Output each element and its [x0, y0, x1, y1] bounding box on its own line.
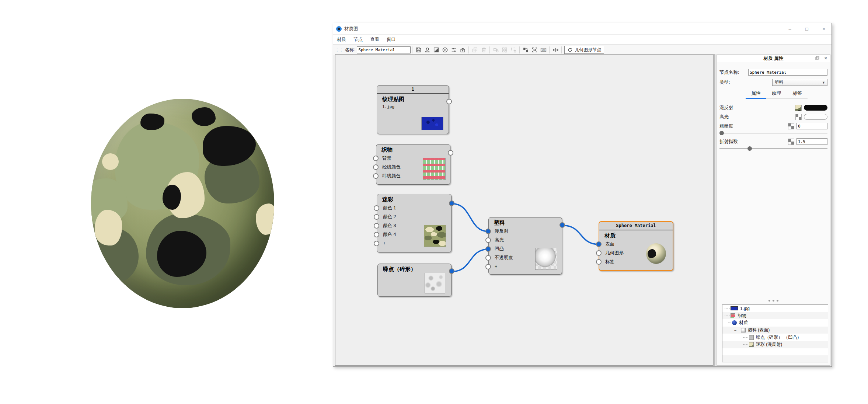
noise-output-port[interactable]	[449, 268, 454, 274]
menu-material[interactable]: 材质	[337, 36, 346, 43]
render-preview-icon[interactable]	[423, 46, 432, 54]
tree-item-label: 迷彩 (漫反射)	[756, 341, 782, 348]
group-nodes-icon	[500, 46, 509, 54]
plastic-input-port-add[interactable]	[485, 264, 491, 269]
slider-track	[719, 148, 827, 149]
node-name-input[interactable]	[748, 69, 827, 76]
ior-slider[interactable]	[719, 146, 827, 151]
toolbar-grip[interactable]: ⋮⋮	[335, 48, 344, 52]
close-button[interactable]: ×	[820, 26, 828, 32]
fit-view-icon[interactable]	[530, 46, 539, 54]
node-camouflage[interactable]: 迷彩 颜色 1 颜色 2 颜色 3 颜色 4 +	[377, 194, 452, 252]
fabric-output-port[interactable]	[448, 150, 453, 156]
tree-connector	[743, 337, 748, 338]
camouflage-input-port-color4[interactable]	[374, 232, 379, 237]
camouflage-input-port-color3[interactable]	[374, 223, 379, 229]
plastic-input-port-specular[interactable]	[485, 237, 491, 243]
node-fabric[interactable]: 织物 背景 经线颜色 纬线颜色	[376, 144, 450, 185]
plastic-input-port-diffuse[interactable]	[485, 229, 491, 234]
node-plastic[interactable]: 塑料 漫反射 高光 凹凸 不透明度 +	[488, 217, 562, 275]
roughness-slider[interactable]	[719, 130, 827, 136]
plastic-output-port[interactable]	[560, 222, 565, 228]
input-label: 几何图形	[605, 250, 624, 256]
export-icon[interactable]	[458, 46, 467, 54]
tree-item-plastic[interactable]: − 塑料 (表面)	[722, 327, 828, 334]
menu-view[interactable]: 查看	[370, 36, 379, 43]
node-texture-map[interactable]: 1 纹理贴图 1.jpg	[377, 85, 449, 134]
specular-color-button[interactable]	[804, 114, 827, 120]
camouflage-input-port-color2[interactable]	[374, 214, 379, 220]
material-input-port-surface[interactable]	[596, 241, 602, 247]
camouflage-input-port-add[interactable]	[374, 241, 379, 246]
material-input-port-geometry[interactable]	[596, 250, 602, 256]
save-icon[interactable]	[414, 46, 423, 54]
plastic-preview	[535, 248, 557, 270]
node-material[interactable]: Sphere Material 材质 表面 几何图形 标签	[599, 221, 673, 271]
material-name-input[interactable]	[357, 46, 411, 53]
plastic-input-port-opacity[interactable]	[485, 255, 491, 261]
camouflage-output-port[interactable]	[449, 201, 454, 206]
split-view-icon[interactable]	[551, 46, 560, 54]
texture-output-port[interactable]	[446, 99, 452, 104]
minimize-button[interactable]: –	[786, 26, 794, 32]
adjust-sliders-icon[interactable]	[449, 46, 458, 54]
tree-item-label: 材质	[739, 320, 748, 326]
auto-layout-icon[interactable]	[521, 46, 530, 54]
diffuse-color-button[interactable]	[804, 105, 827, 111]
material-input-port-tag[interactable]	[596, 259, 602, 265]
menu-window[interactable]: 窗口	[387, 36, 396, 43]
toolbar: ⋮⋮ 名称: 100 几何图形节点	[333, 45, 832, 55]
fabric-input-port-background[interactable]	[373, 156, 379, 161]
delete-icon	[479, 46, 488, 54]
tab-tags[interactable]: 标签	[787, 90, 808, 99]
maximize-button[interactable]: □	[803, 26, 811, 32]
tab-texture[interactable]: 纹理	[766, 90, 787, 99]
material-properties-panel: 材质 属性 × 节点名称: 类型: 塑料 ▼ 属性 纹理 标签	[717, 54, 830, 366]
contrast-icon[interactable]	[432, 46, 440, 54]
input-label: 颜色 2	[383, 214, 396, 220]
chevron-down-icon: ▼	[822, 81, 825, 84]
slider-knob[interactable]	[747, 146, 752, 151]
tree-item-camouflage[interactable]: 迷彩 (漫反射)	[722, 341, 828, 348]
roughness-input[interactable]	[796, 123, 827, 129]
input-label: 颜色 4	[383, 231, 396, 238]
image-swatch-icon	[731, 306, 738, 310]
panel-title: 材质 属性	[764, 56, 783, 61]
panel-splitter[interactable]	[714, 54, 716, 366]
type-dropdown[interactable]: 塑料 ▼	[772, 79, 827, 86]
tree-item-noise[interactable]: 噪点（碎形） （凹凸）	[722, 334, 828, 341]
tree-item-1jpg[interactable]: 1.jpg	[722, 305, 828, 312]
undock-panel-icon[interactable]	[815, 55, 820, 63]
tree-resize-handle[interactable]	[717, 296, 830, 303]
close-panel-icon[interactable]: ×	[824, 55, 827, 62]
play-circle-icon[interactable]	[440, 46, 449, 54]
ior-input[interactable]	[796, 138, 827, 145]
fabric-input-port-warp-color[interactable]	[373, 164, 379, 170]
node-graph-canvas[interactable]: 1 纹理贴图 1.jpg 织物 背景 经线颜色 纬线颜色 迷彩 颜色 1 颜色 …	[335, 54, 714, 366]
roughness-texture-button[interactable]	[788, 123, 794, 129]
title-bar[interactable]: 材质图 – □ ×	[333, 23, 832, 35]
diffuse-texture-swatch[interactable]	[795, 105, 802, 111]
input-label: +	[495, 264, 497, 269]
geometry-node-button[interactable]: 几何图形节点	[564, 46, 604, 54]
camouflage-swatch-icon	[749, 342, 754, 347]
desktop: 材质图 – □ × 材质 节点 查看 窗口 ⋮⋮ 名称:	[0, 0, 868, 404]
tree-item-material[interactable]: − 材质	[722, 319, 828, 327]
node-noise[interactable]: 噪点（碎形）	[377, 264, 452, 297]
tab-properties[interactable]: 属性	[746, 90, 766, 99]
tree-item-fabric[interactable]: 织物	[722, 312, 828, 320]
fabric-input-port-weft-color[interactable]	[373, 173, 379, 179]
panel-header[interactable]: 材质 属性 ×	[717, 55, 830, 62]
type-dropdown-value: 塑料	[774, 79, 783, 86]
camouflage-input-port-color1[interactable]	[374, 205, 379, 211]
plastic-input-port-bump[interactable]	[485, 246, 491, 252]
slider-knob[interactable]	[719, 131, 724, 135]
node-title: 噪点（碎形）	[378, 264, 451, 273]
toolbar-separator	[549, 46, 550, 53]
collapse-icon[interactable]: −	[725, 321, 728, 325]
menu-node[interactable]: 节点	[353, 36, 363, 43]
collapse-icon[interactable]: −	[733, 328, 737, 332]
ior-texture-button[interactable]	[788, 139, 794, 145]
zoom-100-icon[interactable]: 100	[539, 46, 548, 54]
specular-texture-button[interactable]	[795, 114, 802, 120]
